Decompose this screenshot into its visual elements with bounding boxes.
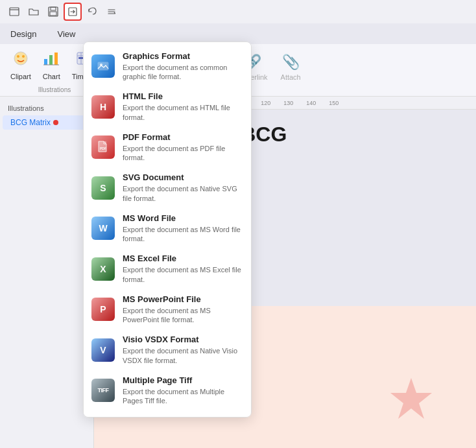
ruler-mark: 130 [283, 100, 293, 106]
ps-title: PS Format [123, 416, 243, 418]
html-title: HTML File [123, 91, 243, 102]
excel-text: MS Excel File Export the document as MS … [123, 253, 243, 283]
svg-icon: S [91, 176, 115, 200]
svg-rect-3 [51, 7, 56, 10]
graphics-icon [91, 54, 115, 78]
excel-title: MS Excel File [123, 253, 243, 265]
svg-point-7 [17, 55, 19, 58]
ruler-mark: 120 [261, 100, 270, 106]
new-window-btn[interactable] [5, 3, 23, 21]
pdf-desc: Export the document as PDF file format. [123, 144, 243, 163]
folder-btn[interactable] [25, 3, 43, 21]
tiff-icon: TIFF [91, 379, 115, 402]
attach-label: Attach [281, 73, 301, 81]
ruler-mark: 150 [329, 100, 339, 106]
chart-label: Chart [43, 73, 60, 80]
svg-rect-10 [49, 55, 53, 65]
tab-view[interactable]: View [52, 27, 80, 41]
svg-text: SVG Document Export the document as Nati… [123, 172, 243, 202]
tiff-text: Multiple Page Tiff Export the document a… [123, 375, 243, 405]
save-btn[interactable] [44, 3, 62, 21]
menu-item-ppt[interactable]: P MS PowerPoint File Export the document… [84, 289, 251, 329]
clipart-icon [12, 50, 29, 71]
svg-text:PDF: PDF [100, 147, 106, 150]
ps-text: PS Format Export the document as Native … [123, 416, 243, 418]
visio-text: Visio VSDX Format Export the document as… [123, 335, 243, 364]
word-title: MS Word File [123, 213, 243, 224]
menu-item-excel[interactable]: X MS Excel File Export the document as M… [84, 248, 251, 289]
clipart-label: Clipart [10, 73, 31, 80]
tiff-title: Multiple Page Tiff [123, 375, 243, 386]
html-desc: Export the document as HTML file format. [123, 103, 243, 122]
graphics-title: Graphics Format [123, 51, 243, 62]
ppt-text: MS PowerPoint File Export the document a… [123, 294, 243, 324]
ppt-title: MS PowerPoint File [123, 294, 243, 305]
left-sidebar: Illustrations BCG Matrix [0, 97, 94, 448]
illustrations-group-label: Illustrations [38, 86, 71, 93]
tab-design[interactable]: Design [5, 27, 42, 41]
word-text: MS Word File Export the document as MS W… [123, 213, 243, 243]
chart-btn[interactable]: Chart [38, 46, 65, 85]
graphics-desc: Export the document as common graphic fi… [123, 63, 243, 82]
menu-item-graphics[interactable]: Graphics Format Export the document as c… [84, 46, 251, 86]
visio-desc: Export the document as Native Visio VSDX… [123, 346, 243, 365]
ruler-mark: 140 [306, 100, 316, 106]
star-decoration [385, 375, 437, 429]
menu-item-pdf[interactable]: PDF PDF Format Export the document as PD… [84, 127, 251, 167]
menu-item-word[interactable]: W MS Word File Export the document as MS… [84, 208, 251, 248]
menu-item-html[interactable]: H HTML File Export the document as HTML … [84, 86, 251, 126]
word-desc: Export the document as MS Word file form… [123, 225, 243, 244]
clipart-btn[interactable]: Clipart [5, 46, 36, 85]
more-btn[interactable] [102, 3, 121, 21]
svg-rect-11 [54, 53, 58, 65]
svg-rect-9 [44, 59, 47, 65]
svg-rect-0 [10, 8, 19, 16]
sidebar-section-label: Illustrations [0, 102, 93, 115]
svg-rect-29 [98, 62, 108, 70]
menu-item-ps[interactable]: PS PS Format Export the document as Nati… [84, 410, 251, 418]
toolbar-icons-row [0, 0, 476, 23]
excel-desc: Export the document as MS Excel file for… [123, 265, 243, 284]
pdf-icon: PDF [91, 136, 115, 159]
undo-btn[interactable] [83, 3, 101, 21]
active-dot-indicator [53, 120, 58, 125]
svg-title: SVG Document [123, 172, 243, 183]
visio-icon: V [91, 338, 115, 362]
html-icon: H [91, 95, 115, 119]
svg-point-8 [22, 55, 25, 58]
visio-title: Visio VSDX Format [123, 335, 243, 346]
export-btn[interactable] [64, 3, 82, 21]
menu-item-visio[interactable]: V Visio VSDX Format Export the document … [84, 329, 251, 370]
pdf-title: PDF Format [123, 132, 243, 143]
sidebar-item-bcg-matrix[interactable]: BCG Matrix [3, 115, 91, 130]
excel-icon: X [91, 257, 115, 281]
svg-marker-28 [390, 378, 432, 419]
attach-icon: 📎 [282, 54, 300, 71]
export-dropdown-menu: Graphics Format Export the document as c… [83, 41, 252, 418]
menu-item-svg[interactable]: S SVG Document Export the document as Na… [84, 167, 251, 207]
html-text: HTML File Export the document as HTML fi… [123, 91, 243, 121]
ppt-desc: Export the document as MS PowerPoint fil… [123, 306, 243, 325]
sidebar-item-label: BCG Matrix [10, 118, 51, 127]
pdf-text: PDF Format Export the document as PDF fi… [123, 132, 243, 162]
chart-icon [43, 50, 60, 71]
svg-rect-4 [50, 12, 56, 16]
menu-item-tiff[interactable]: TIFF Multiple Page Tiff Export the docum… [84, 370, 251, 410]
ppt-icon: P [91, 298, 115, 321]
word-icon: W [91, 217, 115, 240]
svg-desc: Export the document as Native SVG file f… [123, 184, 243, 203]
attach-btn[interactable]: 📎 Attach [276, 48, 306, 87]
svg-point-6 [14, 52, 27, 65]
tiff-desc: Export the document as Multiple Pages Ti… [123, 387, 243, 406]
graphics-text: Graphics Format Export the document as c… [123, 51, 243, 81]
